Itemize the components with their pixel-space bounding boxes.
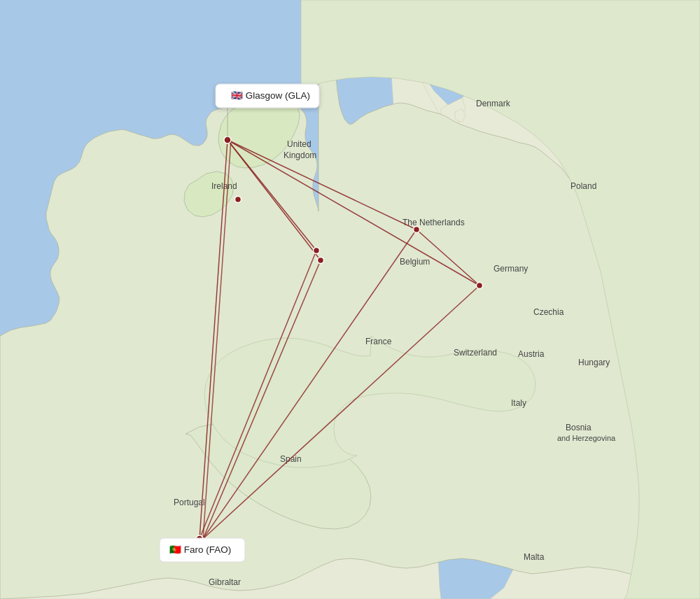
netherlands-label: The Netherlands xyxy=(402,218,465,227)
belgium-label: Belgium xyxy=(400,257,430,267)
bosnia-label: Bosnia xyxy=(566,423,592,432)
united-label: United xyxy=(287,139,312,149)
faro-label-text: 🇵🇹 Faro (FAO) xyxy=(169,544,231,556)
ireland-dot xyxy=(235,197,241,203)
bristol-dot-2 xyxy=(318,258,324,264)
hercegovina-label: and Herzegovina xyxy=(557,434,616,442)
netherlands-dot xyxy=(414,227,420,233)
poland-label: Poland xyxy=(570,181,596,191)
italy-label: Italy xyxy=(511,398,526,408)
map-svg: Denmark Ireland United Kingdom The Nethe… xyxy=(0,0,700,599)
germany-dot xyxy=(477,283,483,289)
kingdom-label: Kingdom xyxy=(284,150,316,160)
czechia-label: Czechia xyxy=(533,307,564,317)
germany-label: Germany xyxy=(493,264,528,274)
portugal-label: Portugal xyxy=(174,498,205,507)
glasgow-label-text: 🇬🇧 Glasgow (GLA) xyxy=(231,90,310,101)
denmark-label: Denmark xyxy=(476,99,511,108)
hungary-label: Hungary xyxy=(578,358,610,367)
glasgow-label-group: 🇬🇧 Glasgow (GLA) xyxy=(216,84,319,108)
france-label: France xyxy=(365,337,392,346)
malta-label: Malta xyxy=(524,552,545,562)
faro-label-group: 🇵🇹 Faro (FAO) xyxy=(160,538,245,562)
switzerland-label: Switzerland xyxy=(454,348,497,358)
gibraltar-label: Gibraltar xyxy=(209,577,241,587)
austria-label: Austria xyxy=(518,349,545,359)
bristol-dot-1 xyxy=(314,248,320,254)
map-container: Denmark Ireland United Kingdom The Nethe… xyxy=(0,0,700,599)
